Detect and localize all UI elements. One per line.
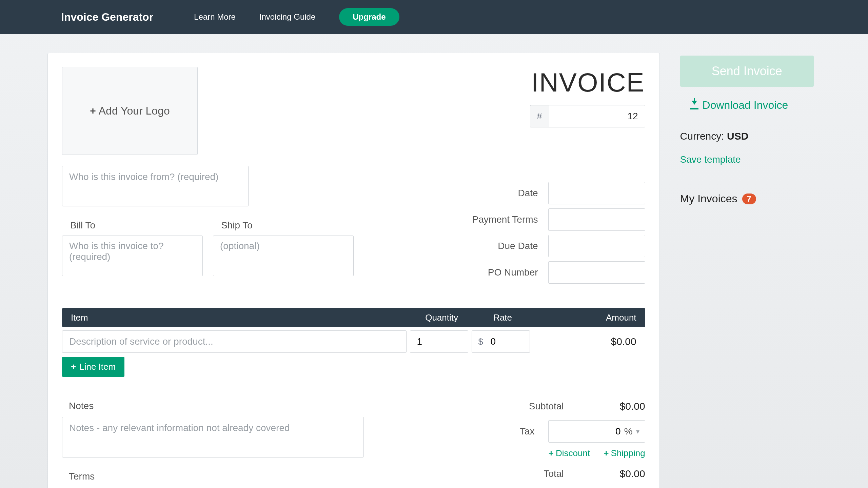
items-header: Item Quantity Rate Amount: [62, 308, 645, 327]
plus-icon: +: [604, 448, 609, 459]
totals-col: Subtotal $0.00 Tax % ▾ + Discount: [442, 401, 645, 488]
date-label[interactable]: [417, 188, 538, 199]
item-row: $ $0.00: [62, 330, 645, 353]
header-item: Item: [62, 312, 411, 323]
chevron-down-icon[interactable]: ▾: [636, 427, 639, 435]
bottom-row: Notes Terms Subtotal $0.00 Tax % ▾: [62, 401, 645, 488]
my-invoices-label: My Invoices: [680, 192, 737, 205]
add-discount-button[interactable]: + Discount: [549, 448, 590, 459]
due-date-label[interactable]: [417, 241, 538, 251]
add-logo-label: Add Your Logo: [99, 105, 170, 117]
top-nav: Invoice Generator Learn More Invoicing G…: [0, 0, 868, 34]
total-label: Total: [544, 468, 564, 479]
header-rate: Rate: [472, 312, 533, 323]
plus-icon: +: [549, 448, 554, 459]
bill-to-col: [62, 220, 203, 278]
tax-row: Tax % ▾: [442, 420, 645, 443]
meta-terms-row: [417, 208, 645, 231]
invoice-top-row: + Add Your Logo #: [62, 67, 645, 155]
total-row: Total $0.00: [442, 468, 645, 480]
rate-wrap: $: [472, 330, 530, 353]
bill-to-input[interactable]: [62, 236, 203, 276]
tax-label: Tax: [520, 426, 535, 437]
invoice-number-input[interactable]: [549, 105, 645, 127]
extras-row: + Discount + Shipping: [442, 448, 645, 459]
add-line-item-button[interactable]: + Line Item: [62, 357, 124, 377]
invoice-count-badge: 7: [742, 194, 756, 204]
date-input[interactable]: [548, 182, 645, 204]
invoice-title-input[interactable]: [476, 67, 645, 98]
invoice-number-prefix: #: [530, 105, 549, 127]
download-invoice-button[interactable]: Download Invoice: [690, 99, 814, 111]
currency-label: Currency:: [680, 130, 727, 142]
sidebar: Send Invoice Download Invoice Currency: …: [680, 53, 814, 488]
notes-input[interactable]: [62, 417, 364, 458]
bill-to-label[interactable]: [62, 220, 203, 231]
subtotal-label: Subtotal: [529, 401, 564, 412]
plus-icon: +: [90, 105, 96, 117]
ship-to-input[interactable]: [213, 236, 354, 276]
notes-label: Notes: [62, 401, 415, 411]
save-template-button[interactable]: Save template: [680, 154, 814, 165]
invoice-title-wrap: #: [476, 67, 645, 127]
currency-selector[interactable]: Currency: USD: [680, 130, 814, 142]
meta-block: [417, 182, 645, 288]
plus-icon: +: [71, 362, 76, 372]
add-logo-button[interactable]: + Add Your Logo: [62, 67, 198, 155]
currency-value: USD: [727, 130, 748, 142]
ship-to-label[interactable]: [213, 220, 354, 231]
divider: [680, 180, 814, 180]
po-number-label[interactable]: [417, 267, 538, 278]
notes-col: Notes Terms: [62, 401, 415, 488]
nav-invoicing-guide[interactable]: Invoicing Guide: [259, 12, 315, 22]
total-value: $0.00: [577, 468, 645, 480]
ship-to-col: [213, 220, 354, 278]
due-date-input[interactable]: [548, 235, 645, 257]
brand: Invoice Generator: [61, 11, 153, 23]
payment-terms-input[interactable]: [548, 208, 645, 231]
tax-suffix: %: [624, 426, 633, 437]
terms-label: Terms: [62, 471, 415, 482]
page-body: + Add Your Logo #: [0, 34, 868, 488]
my-invoices-button[interactable]: My Invoices 7: [680, 192, 814, 205]
invoice-card: + Add Your Logo #: [47, 53, 660, 488]
header-amount: Amount: [533, 312, 645, 323]
send-invoice-button[interactable]: Send Invoice: [680, 56, 814, 87]
item-description-input[interactable]: [62, 330, 407, 353]
add-shipping-button[interactable]: + Shipping: [604, 448, 645, 459]
tax-input[interactable]: [577, 426, 621, 437]
item-qty-input[interactable]: [410, 330, 468, 353]
subtotal-value: $0.00: [577, 401, 645, 412]
meta-due-row: [417, 235, 645, 257]
add-line-label: Line Item: [79, 362, 116, 372]
item-amount: $0.00: [533, 336, 645, 347]
po-number-input[interactable]: [548, 261, 645, 284]
meta-po-row: [417, 261, 645, 284]
subtotal-row: Subtotal $0.00: [442, 401, 645, 412]
from-input[interactable]: [62, 166, 249, 206]
currency-symbol: $: [478, 337, 483, 347]
meta-date-row: [417, 182, 645, 204]
download-icon: [690, 101, 698, 109]
header-qty: Quantity: [411, 312, 472, 323]
invoice-number-row: #: [476, 105, 645, 127]
upgrade-button[interactable]: Upgrade: [339, 8, 399, 26]
nav-links: Learn More Invoicing Guide Upgrade: [194, 8, 399, 26]
nav-learn-more[interactable]: Learn More: [194, 12, 236, 22]
tax-input-wrap[interactable]: % ▾: [548, 420, 645, 443]
payment-terms-label[interactable]: [417, 214, 538, 225]
